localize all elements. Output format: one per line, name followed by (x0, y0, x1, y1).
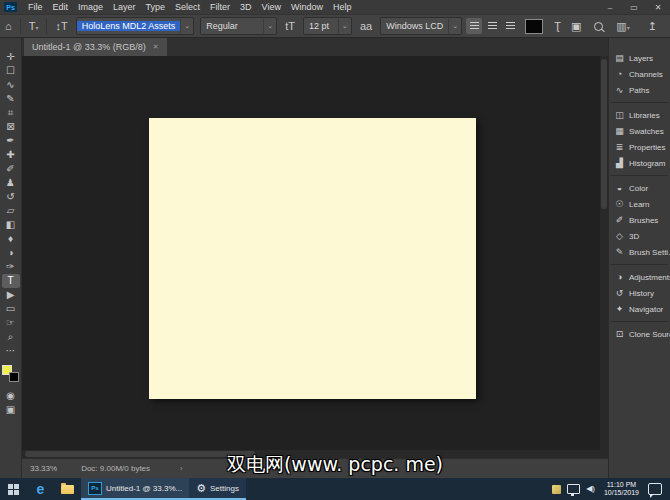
lasso-tool[interactable]: ∿ (2, 78, 20, 92)
settings-task-label: Settings (210, 484, 239, 493)
type-tool[interactable]: T (2, 274, 20, 288)
menu-3d[interactable]: 3D (235, 0, 257, 14)
text-color-swatch[interactable] (525, 19, 543, 34)
menu-window[interactable]: Window (286, 0, 328, 14)
zoom-level[interactable]: 33.33% (30, 464, 57, 473)
crop-tool[interactable]: ⌗ (2, 106, 20, 120)
anti-alias-icon: aa (360, 21, 372, 32)
hand-tool[interactable]: ☞ (2, 316, 20, 330)
horizontal-scrollbar-thumb[interactable] (25, 451, 255, 457)
background-color-swatch[interactable] (9, 372, 19, 382)
align-left-button[interactable] (466, 18, 482, 34)
panel-navigator[interactable]: ✦ Navigator (609, 301, 670, 317)
photoshop-taskbar-button[interactable]: Ps Untitled-1 @ 33.3%... (81, 478, 189, 500)
eyedropper-tool[interactable]: ✒ (2, 134, 20, 148)
frame-tool[interactable]: ⊠ (2, 120, 20, 134)
display-tray-icon[interactable] (567, 484, 580, 494)
panel-swatches[interactable]: ▦ Swatches (609, 123, 670, 139)
screen-mode-button[interactable]: ▣ (2, 403, 20, 417)
canvas[interactable] (149, 118, 476, 399)
healing-brush-tool[interactable]: ✚ (2, 148, 20, 162)
panel-adjustments[interactable]: ◑ Adjustments (609, 269, 670, 285)
brush-tool[interactable]: ✐ (2, 162, 20, 176)
menu-image[interactable]: Image (73, 0, 108, 14)
marquee-tool[interactable]: ☐ (2, 64, 20, 78)
type-tool-icon[interactable]: T▾ (29, 21, 39, 32)
rectangle-tool[interactable]: ▭ (2, 302, 20, 316)
panel-libraries[interactable]: ◫ Libraries (609, 107, 670, 123)
workspace-icon[interactable]: ▥▾ (616, 21, 629, 32)
edge-icon: e (37, 481, 45, 497)
panel-clone-source[interactable]: ⊡ Clone Source (609, 326, 670, 342)
text-orientation-icon[interactable]: ↕T (55, 21, 67, 32)
quick-mask-button[interactable]: ◉ (2, 389, 20, 403)
panel-properties[interactable]: ≣ Properties (609, 139, 670, 155)
anti-alias-select[interactable]: Windows LCD ⌄ (380, 17, 462, 35)
zoom-tool[interactable]: ⌕ (2, 330, 20, 344)
font-size-select[interactable]: 12 pt ⌄ (303, 17, 352, 35)
restore-button[interactable]: ▭ (622, 0, 646, 14)
panel-layers[interactable]: ▤ Layers (609, 50, 670, 66)
document-tab[interactable]: Untitled-1 @ 33.3% (RGB/8) ✕ (24, 38, 167, 56)
menu-type[interactable]: Type (141, 0, 171, 14)
menu-file[interactable]: File (23, 0, 48, 14)
close-button[interactable]: ✕ (646, 0, 670, 14)
panel-learn[interactable]: ☉ Learn (609, 196, 670, 212)
menu-help[interactable]: Help (328, 0, 357, 14)
panel-label: Learn (629, 200, 649, 209)
font-family-select[interactable]: HoloLens MDL2 Assets ⌄ (76, 17, 195, 35)
settings-taskbar-button[interactable]: ⚙ Settings (189, 478, 246, 500)
vertical-scrollbar-thumb[interactable] (601, 59, 607, 209)
gradient-tool[interactable]: ◧ (2, 218, 20, 232)
close-icon[interactable]: ✕ (153, 43, 159, 51)
status-chevron-icon[interactable]: › (180, 464, 183, 473)
move-tool[interactable]: ✛ (2, 50, 20, 64)
tool-icon: ▶ (7, 290, 15, 300)
menu-view[interactable]: View (257, 0, 286, 14)
search-icon[interactable] (594, 22, 603, 31)
toggle-panels-icon[interactable]: ▣ (571, 21, 581, 32)
home-icon[interactable]: ⌂ (5, 21, 12, 32)
history-brush-tool[interactable]: ↺ (2, 190, 20, 204)
menu-bar: Ps FileEditImageLayerTypeSelectFilter3DV… (0, 0, 670, 14)
file-explorer-taskbar-button[interactable] (54, 478, 81, 500)
warp-text-icon[interactable]: Ʈ (554, 21, 561, 32)
panel-histogram[interactable]: ▟ Histogram (609, 155, 670, 171)
vertical-scrollbar[interactable] (600, 56, 608, 458)
clone-stamp-tool[interactable]: ♟ (2, 176, 20, 190)
volume-icon[interactable]: ◀) (586, 485, 595, 493)
window-controls: – ▭ ✕ (598, 0, 670, 14)
panel-color[interactable]: ◒ Color (609, 180, 670, 196)
edit-toolbar-button[interactable]: ⋯ (2, 344, 20, 358)
tray-app-icon[interactable] (552, 485, 561, 494)
panel-label: Swatches (629, 127, 664, 136)
panel-channels[interactable]: ◔ Channels (609, 66, 670, 82)
panel-brush-settings[interactable]: ✎ Brush Setti... (609, 244, 670, 260)
start-button[interactable] (0, 478, 27, 500)
edge-taskbar-button[interactable]: e (27, 478, 54, 500)
blur-tool[interactable]: ♦ (2, 232, 20, 246)
font-size-value: 12 pt (304, 21, 338, 31)
minimize-button[interactable]: – (598, 0, 622, 14)
panel-history[interactable]: ↺ History (609, 285, 670, 301)
font-style-select[interactable]: Regular ⌄ (200, 17, 277, 35)
quick-selection-tool[interactable]: ✎ (2, 92, 20, 106)
dodge-tool[interactable]: ◑ (2, 246, 20, 260)
path-selection-tool[interactable]: ▶ (2, 288, 20, 302)
menu-edit[interactable]: Edit (48, 0, 74, 14)
taskbar-clock[interactable]: 11:10 PM 10/15/2019 (601, 481, 642, 497)
document-size-info: Doc: 9.00M/0 bytes (81, 464, 150, 473)
share-icon[interactable]: ↥ (648, 21, 657, 32)
align-center-button[interactable] (484, 18, 500, 34)
panel-3d[interactable]: ◇ 3D (609, 228, 670, 244)
menu-layer[interactable]: Layer (108, 0, 141, 14)
menu-filter[interactable]: Filter (205, 0, 235, 14)
panel-brushes[interactable]: ✐ Brushes (609, 212, 670, 228)
align-right-button[interactable] (502, 18, 518, 34)
menu-select[interactable]: Select (170, 0, 205, 14)
action-center-icon[interactable] (648, 483, 662, 495)
panel-paths[interactable]: ∿ Paths (609, 82, 670, 98)
divider (46, 18, 47, 34)
pen-tool[interactable]: ✑ (2, 260, 20, 274)
eraser-tool[interactable]: ▱ (2, 204, 20, 218)
